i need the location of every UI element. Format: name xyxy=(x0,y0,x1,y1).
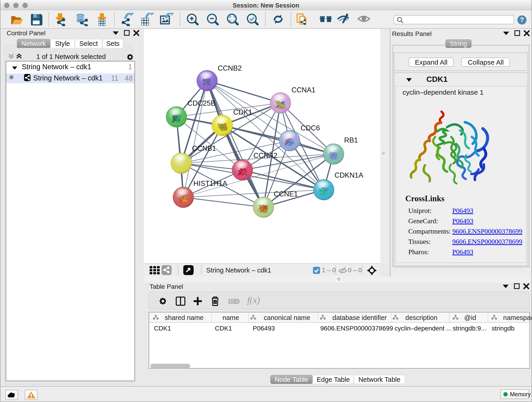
svg-text:CDC25B: CDC25B xyxy=(187,99,215,107)
svg-text:CCNA1: CCNA1 xyxy=(291,86,316,94)
svg-text:CDK1: CDK1 xyxy=(233,108,252,116)
svg-text:CCNA2: CCNA2 xyxy=(253,152,278,160)
svg-text:CDC6: CDC6 xyxy=(301,124,320,132)
svg-text:CCNB1: CCNB1 xyxy=(192,144,216,153)
svg-text:RB1: RB1 xyxy=(344,136,358,144)
svg-text:CCNE1: CCNE1 xyxy=(274,190,298,198)
svg-text:?: ? xyxy=(520,16,524,23)
svg-text:CDKN1A: CDKN1A xyxy=(335,171,363,179)
svg-text:CCNB2: CCNB2 xyxy=(218,64,242,72)
svg-text:HIST1H1A: HIST1H1A xyxy=(193,179,227,187)
